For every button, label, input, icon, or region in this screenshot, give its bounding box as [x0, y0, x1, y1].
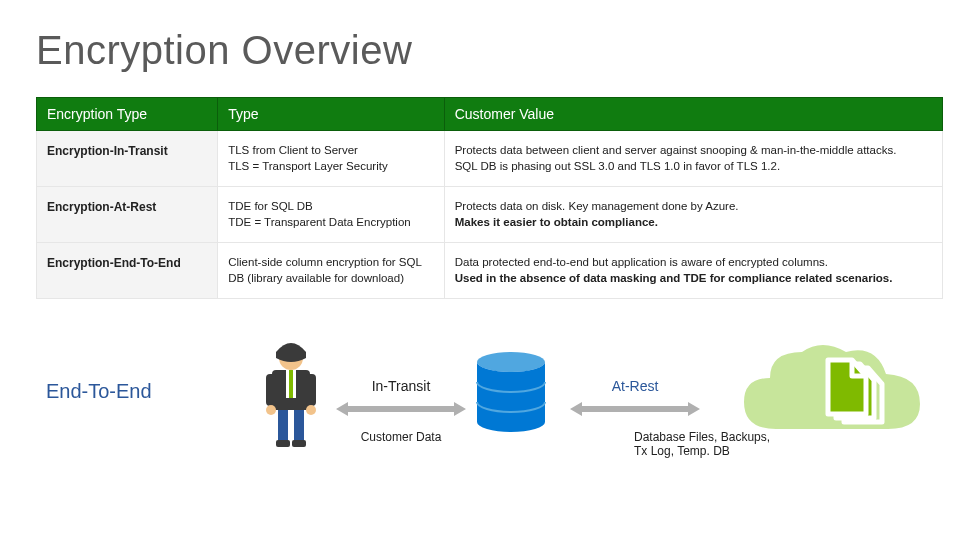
svg-rect-9	[294, 410, 304, 440]
svg-marker-14	[570, 402, 700, 416]
user-icon	[256, 340, 326, 450]
svg-rect-11	[292, 440, 306, 447]
database-icon	[474, 350, 548, 434]
row-value: Protects data on disk. Key management do…	[444, 187, 942, 243]
cloud-files-icon	[736, 334, 926, 454]
label-customer-data: Customer Data	[336, 430, 466, 444]
row-type: Client-side column encryption for SQL DB…	[218, 243, 445, 299]
svg-rect-5	[306, 374, 316, 406]
row-value: Data protected end-to-end but applicatio…	[444, 243, 942, 299]
table-row: Encryption-At-Rest TDE for SQL DB TDE = …	[37, 187, 943, 243]
svg-point-13	[477, 352, 545, 372]
table-row: Encryption-In-Transit TLS from Client to…	[37, 131, 943, 187]
row-type: TDE for SQL DB TDE = Transparent Data En…	[218, 187, 445, 243]
svg-rect-10	[276, 440, 290, 447]
svg-rect-4	[266, 374, 276, 406]
row-label: Encryption-At-Rest	[37, 187, 218, 243]
row-label: Encryption-End-To-End	[37, 243, 218, 299]
label-end-to-end: End-To-End	[46, 380, 152, 403]
svg-rect-3	[289, 370, 293, 398]
double-arrow-icon	[336, 402, 466, 416]
header-customer-value: Customer Value	[444, 98, 942, 131]
svg-point-6	[266, 405, 276, 415]
row-type: TLS from Client to Server TLS = Transpor…	[218, 131, 445, 187]
label-in-transit: In-Transit	[336, 378, 466, 394]
encryption-table: Encryption Type Type Customer Value Encr…	[36, 97, 943, 299]
table-row: Encryption-End-To-End Client-side column…	[37, 243, 943, 299]
slide: Encryption Overview Encryption Type Type…	[0, 0, 979, 551]
header-type: Type	[218, 98, 445, 131]
row-label: Encryption-In-Transit	[37, 131, 218, 187]
svg-point-7	[306, 405, 316, 415]
row-value: Protects data between client and server …	[444, 131, 942, 187]
svg-marker-12	[336, 402, 466, 416]
page-title: Encryption Overview	[36, 28, 943, 73]
svg-rect-8	[278, 410, 288, 440]
label-at-rest: At-Rest	[570, 378, 700, 394]
header-encryption-type: Encryption Type	[37, 98, 218, 131]
diagram: End-To-End In-Transit Customer Data	[36, 330, 943, 520]
double-arrow-icon	[570, 402, 700, 416]
